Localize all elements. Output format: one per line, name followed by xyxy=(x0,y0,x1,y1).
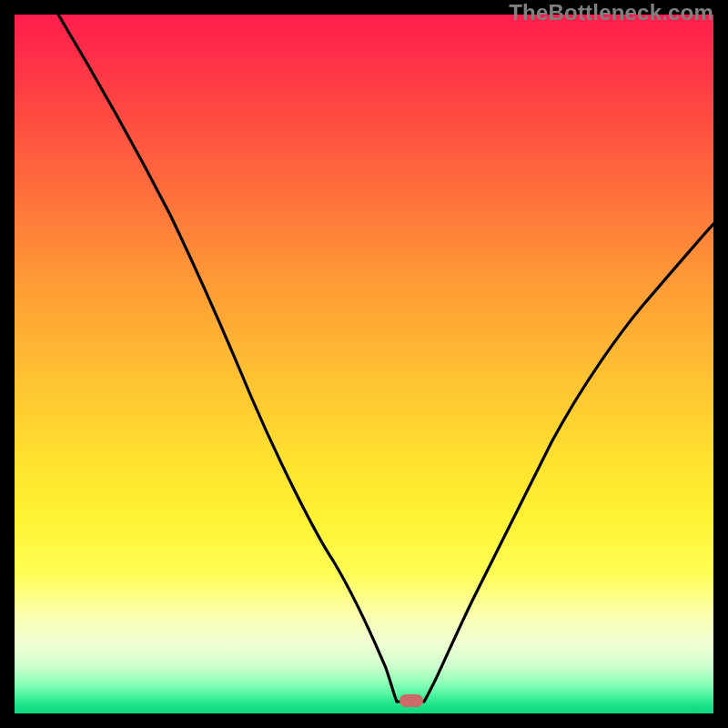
plot-area xyxy=(15,15,713,713)
bottleneck-curve xyxy=(58,15,713,702)
chart-frame: TheBottleneck.com xyxy=(0,0,728,728)
optimal-marker xyxy=(399,694,423,707)
curve-layer xyxy=(15,15,713,713)
attribution-text: TheBottleneck.com xyxy=(509,0,713,25)
